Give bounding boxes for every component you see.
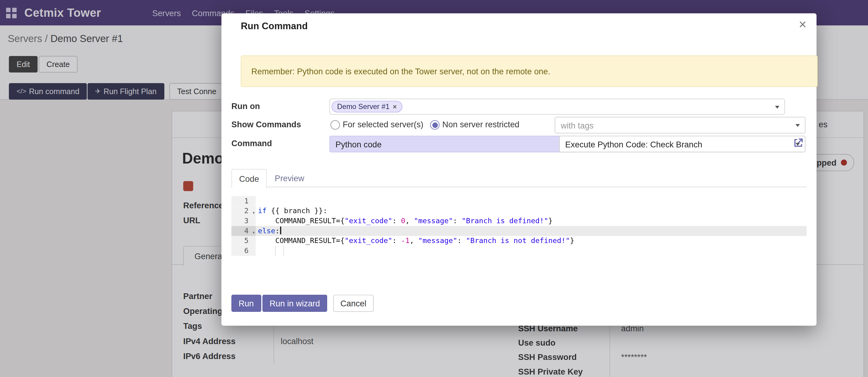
remove-tag-icon[interactable]: × <box>393 103 397 110</box>
show-commands-label: Show Commands <box>231 120 301 129</box>
tabs-underline <box>231 187 807 187</box>
editor-line[interactable]: 1 <box>231 196 807 206</box>
modal-title: Run Command <box>241 21 308 32</box>
external-link-icon[interactable] <box>793 137 804 148</box>
editor-line[interactable]: 6 <box>231 246 807 256</box>
screen: Cetmix Tower Servers Commands Files Tool… <box>0 0 868 377</box>
run-in-wizard-button[interactable]: Run in wizard <box>262 295 327 312</box>
editor-line[interactable]: 5 COMMAND_RESULT={"exit_code": -1, "mess… <box>231 236 807 246</box>
server-tag[interactable]: Demo Server #1 × <box>332 101 402 112</box>
close-icon[interactable]: × <box>799 18 807 31</box>
radio-selected-servers-label[interactable]: For selected server(s) <box>343 120 423 129</box>
tab-preview[interactable]: Preview <box>268 169 311 187</box>
command-type-select[interactable]: Python code <box>329 136 577 152</box>
chevron-down-icon <box>796 124 800 127</box>
chevron-down-icon[interactable] <box>775 105 779 108</box>
radio-selected-servers[interactable] <box>331 120 340 130</box>
warning-alert: Remember: Python code is executed on the… <box>241 55 817 87</box>
run-command-modal: Run Command × Remember: Python code is e… <box>222 13 816 326</box>
editor-line[interactable]: 4▾else: <box>231 226 807 236</box>
command-label: Command <box>231 139 272 148</box>
with-tags-select[interactable]: with tags <box>555 117 806 134</box>
tab-code[interactable]: Code <box>231 169 267 188</box>
code-editor[interactable]: 12▾if {{ branch }}:3 COMMAND_RESULT={"ex… <box>231 196 807 256</box>
editor-line[interactable]: 3 COMMAND_RESULT={"exit_code": 0, "messa… <box>231 216 807 226</box>
editor-line[interactable]: 2▾if {{ branch }}: <box>231 206 807 216</box>
run-button[interactable]: Run <box>231 295 261 312</box>
cancel-button[interactable]: Cancel <box>333 295 373 312</box>
command-select[interactable]: Execute Python Code: Check Branch <box>559 136 805 152</box>
text-cursor <box>280 227 281 234</box>
radio-non-server-restricted[interactable] <box>430 120 439 130</box>
run-on-field[interactable]: Demo Server #1 × <box>329 99 785 115</box>
run-on-label: Run on <box>231 102 260 111</box>
radio-non-server-restricted-label[interactable]: Non server restricted <box>442 120 519 129</box>
